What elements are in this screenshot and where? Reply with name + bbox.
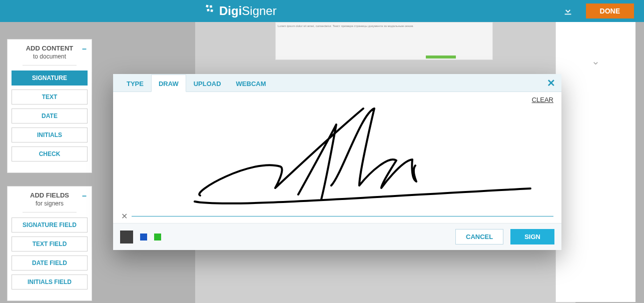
close-icon[interactable]: ✕ — [547, 77, 555, 89]
color-swatch-blue[interactable] — [140, 234, 147, 240]
cancel-button[interactable]: CANCEL — [455, 229, 503, 244]
signature-drawing — [121, 106, 553, 210]
color-swatch-black[interactable] — [120, 230, 133, 244]
clear-button[interactable]: CLEAR — [121, 96, 553, 104]
tab-upload[interactable]: UPLOAD — [186, 74, 229, 92]
signature-modal: TYPE DRAW UPLOAD WEBCAM ✕ CLEAR ✕ CANCEL — [113, 74, 561, 250]
color-swatch-green[interactable] — [154, 234, 161, 240]
modal-tabs: TYPE DRAW UPLOAD WEBCAM ✕ — [113, 74, 561, 92]
tab-type[interactable]: TYPE — [119, 74, 151, 92]
modal-overlay: TYPE DRAW UPLOAD WEBCAM ✕ CLEAR ✕ CANCEL — [0, 0, 644, 303]
signature-line: ✕ — [121, 212, 553, 221]
signature-canvas[interactable] — [121, 106, 553, 210]
modal-footer: CANCEL SIGN — [113, 223, 561, 250]
sign-button[interactable]: SIGN — [510, 229, 554, 244]
tab-webcam[interactable]: WEBCAM — [229, 74, 274, 92]
tab-draw[interactable]: DRAW — [151, 74, 186, 92]
x-mark-icon: ✕ — [121, 212, 128, 221]
